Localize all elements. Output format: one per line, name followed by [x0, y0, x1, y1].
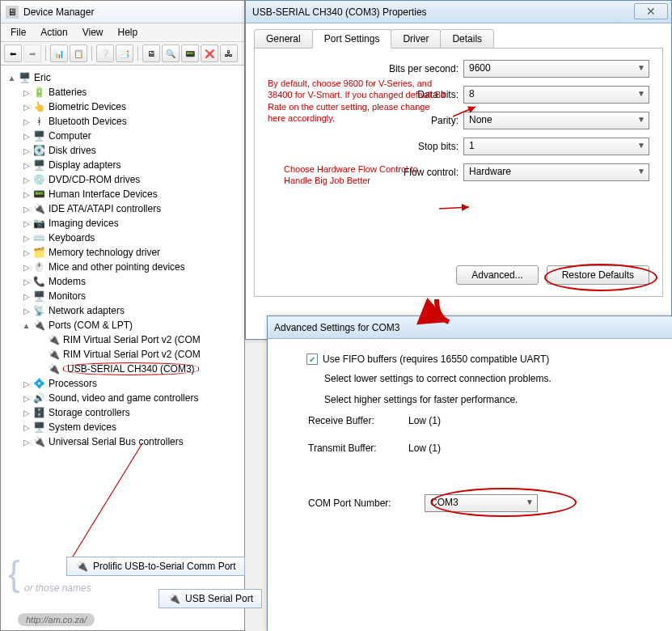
- app-icon: 🖥: [6, 6, 19, 19]
- tree-node[interactable]: ▷📡Network adapters: [4, 303, 241, 318]
- menu-file[interactable]: File: [4, 25, 32, 40]
- tabstrip: General Port Settings Driver Details: [246, 23, 671, 48]
- tree-node[interactable]: ▷🖱️Mice and other pointing devices: [4, 260, 241, 274]
- expand-icon[interactable]: ▷: [22, 190, 31, 199]
- tree-node[interactable]: ▷🗄️Storage controllers: [4, 405, 241, 420]
- expand-icon[interactable]: ▷: [22, 438, 31, 447]
- annotation-or-those: or those names: [24, 582, 91, 594]
- expand-icon[interactable]: ▷: [22, 176, 31, 184]
- expand-icon[interactable]: ▲: [22, 321, 31, 330]
- close-button[interactable]: ✕: [634, 3, 668, 19]
- tree-node[interactable]: ▷👆Biometric Devices: [4, 100, 241, 114]
- expand-icon[interactable]: ▷: [22, 277, 31, 286]
- tree-node[interactable]: ▷🖥️Monitors: [4, 289, 241, 303]
- tree-node[interactable]: 🔌RIM Virtual Serial Port v2 (COM: [4, 347, 241, 362]
- tab-panel: Bits per second:9600 Data bits:8 Parity:…: [254, 48, 663, 297]
- expand-icon[interactable]: ▷: [22, 117, 31, 126]
- tree-node[interactable]: ▷🗂️Memory technology driver: [4, 245, 241, 260]
- tab-general[interactable]: General: [254, 29, 313, 49]
- advanced-button[interactable]: Advanced...: [456, 265, 538, 285]
- tree-node[interactable]: ▷🔌IDE ATA/ATAPI controllers: [4, 201, 241, 216]
- tree-node[interactable]: ▷🔊Sound, video and game controllers: [4, 391, 241, 405]
- comport-select[interactable]: COM3: [425, 494, 538, 512]
- fifo-label: Use FIFO buffers (requires 16550 compati…: [323, 354, 549, 365]
- annotation-flowcontrol: Choose Hardware Flow Control to Handle B…: [284, 163, 446, 187]
- tree-node[interactable]: ▷💿DVD/CD-ROM drives: [4, 172, 241, 187]
- back-button[interactable]: ⬅: [4, 44, 22, 62]
- expand-icon[interactable]: ▷: [22, 219, 31, 228]
- tab-driver[interactable]: Driver: [391, 29, 441, 49]
- fifo-checkbox[interactable]: ✔: [306, 354, 318, 365]
- scan-icon[interactable]: 🖥: [142, 44, 160, 62]
- tree-root[interactable]: ▲🖥️Eric: [4, 70, 241, 85]
- tree-node[interactable]: ▷🔌Universal Serial Bus controllers: [4, 434, 241, 449]
- tree-node[interactable]: ▷📟Human Interface Devices: [4, 187, 241, 201]
- expand-icon[interactable]: ▷: [22, 161, 31, 170]
- device-icon: 💠: [32, 377, 45, 390]
- toolbar-icon[interactable]: 📋: [70, 44, 87, 62]
- tab-details[interactable]: Details: [440, 29, 494, 49]
- expand-icon[interactable]: ▷: [22, 292, 31, 301]
- menu-action[interactable]: Action: [34, 25, 74, 40]
- expand-icon[interactable]: ▷: [22, 263, 31, 272]
- device-icon: 💿: [32, 173, 45, 186]
- tree-node[interactable]: ▷🔋Batteries: [4, 85, 241, 100]
- menu-help[interactable]: Help: [112, 25, 145, 40]
- scan-hw-icon[interactable]: 🔍: [162, 44, 180, 62]
- tree-node[interactable]: ▷💽Disk drives: [4, 143, 241, 158]
- expand-icon[interactable]: ▷: [22, 307, 31, 316]
- expand-icon[interactable]: ▷: [22, 103, 31, 112]
- tree-node[interactable]: ▲🔌Ports (COM & LPT): [4, 318, 241, 332]
- menu-view[interactable]: View: [76, 25, 110, 40]
- tree-node[interactable]: ▷🖥️Display adapters: [4, 158, 241, 172]
- toolbar-icon[interactable]: 📊: [50, 44, 68, 62]
- databits-select[interactable]: 8: [463, 86, 649, 104]
- toolbar-icon[interactable]: 📟: [181, 44, 199, 62]
- tree-node[interactable]: ▷🖥️System devices: [4, 420, 241, 434]
- device-icon: 🖥️: [32, 159, 45, 172]
- tree-node[interactable]: 🔌RIM Virtual Serial Port v2 (COM: [4, 332, 241, 347]
- tree-node[interactable]: ▷💠Processors: [4, 376, 241, 391]
- menubar: File Action View Help: [1, 23, 244, 42]
- expand-icon[interactable]: ▷: [22, 146, 31, 155]
- expand-icon[interactable]: ▷: [22, 234, 31, 243]
- help-icon[interactable]: ❔: [96, 44, 114, 62]
- tree-label: Universal Serial Bus controllers: [49, 436, 184, 447]
- expand-icon[interactable]: ▷: [22, 423, 31, 432]
- toolbar-icon[interactable]: 📑: [116, 44, 133, 62]
- tree-node[interactable]: ▷📷Imaging devices: [4, 216, 241, 231]
- toolbar-icon[interactable]: 🖧: [220, 44, 238, 62]
- computer-icon: 🖥️: [18, 71, 31, 84]
- tree-label: Imaging devices: [49, 218, 119, 229]
- expand-icon[interactable]: ▷: [22, 88, 31, 97]
- bps-select[interactable]: 9600: [463, 60, 649, 78]
- device-icon: 🔌: [32, 202, 45, 215]
- tree-label: Ports (COM & LPT): [49, 320, 133, 331]
- tree-node[interactable]: ▷🖥️Computer: [4, 129, 241, 143]
- expand-icon[interactable]: ▷: [22, 132, 31, 141]
- restore-defaults-button[interactable]: Restore Defaults: [547, 265, 649, 285]
- tree-label: RIM Virtual Serial Port v2 (COM: [63, 334, 201, 345]
- tree-node[interactable]: ▷ᚼBluetooth Devices: [4, 114, 241, 129]
- expand-icon[interactable]: ▷: [22, 379, 31, 388]
- flow-select[interactable]: Hardware: [463, 163, 649, 181]
- tree-label: Keyboards: [49, 232, 95, 244]
- tab-port-settings[interactable]: Port Settings: [312, 29, 392, 49]
- uninstall-icon[interactable]: ❌: [201, 44, 218, 62]
- fwd-button[interactable]: ➡: [23, 44, 41, 62]
- hint-high: Select higher settings for faster perfor…: [324, 394, 656, 405]
- expand-icon[interactable]: ▷: [22, 409, 31, 417]
- expand-icon[interactable]: ▷: [22, 205, 31, 214]
- annotation-bitrate: By default, choose 9600 for V-Series, an…: [268, 78, 446, 124]
- tree-node[interactable]: ▷📞Modems: [4, 274, 241, 289]
- device-tree[interactable]: ▲🖥️Eric ▷🔋Batteries▷👆Biometric Devices▷ᚼ…: [1, 66, 244, 454]
- expand-icon[interactable]: ▷: [22, 394, 31, 403]
- expand-icon[interactable]: ▷: [22, 248, 31, 257]
- device-icon: 🔊: [32, 392, 45, 404]
- watermark-url: http://am.co.za/: [18, 613, 95, 626]
- tree-label: Human Interface Devices: [49, 188, 158, 200]
- tree-node[interactable]: ▷⌨️Keyboards: [4, 231, 241, 245]
- tree-node[interactable]: 🔌USB-SERIAL CH340 (COM3): [4, 362, 241, 376]
- stopbits-select[interactable]: 1: [463, 138, 649, 155]
- parity-select[interactable]: None: [463, 112, 649, 129]
